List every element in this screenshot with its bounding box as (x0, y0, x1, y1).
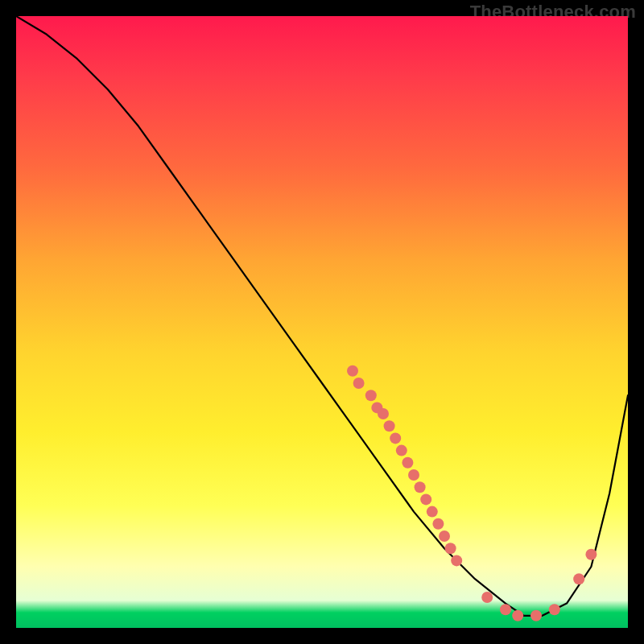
curve-marker (402, 457, 413, 469)
curve-marker (396, 445, 407, 456)
curve-marker (378, 408, 389, 419)
plot-area (16, 16, 628, 628)
curve-marker (481, 592, 493, 603)
curve-marker (445, 543, 456, 554)
curve-marker (365, 390, 377, 401)
bottleneck-curve-svg (16, 16, 628, 628)
curve-marker (427, 506, 438, 518)
curve-marker (415, 481, 426, 493)
curve-marker (390, 432, 401, 444)
curve-marker (585, 549, 597, 560)
curve-marker (500, 604, 511, 615)
chart-container: TheBottleneck.com (0, 0, 644, 644)
curve-marker (439, 530, 450, 542)
curve-marker (530, 610, 542, 621)
curve-marker (512, 610, 523, 621)
curve-marker (408, 469, 419, 481)
curve-marker (384, 420, 395, 431)
curve-marker (347, 365, 358, 377)
bottleneck-curve-path (16, 16, 628, 616)
curve-marker (573, 573, 584, 584)
curve-marker (549, 604, 560, 615)
curve-marker (451, 555, 462, 566)
curve-marker (432, 518, 444, 530)
curve-marker (420, 493, 431, 505)
curve-marker (353, 378, 365, 389)
